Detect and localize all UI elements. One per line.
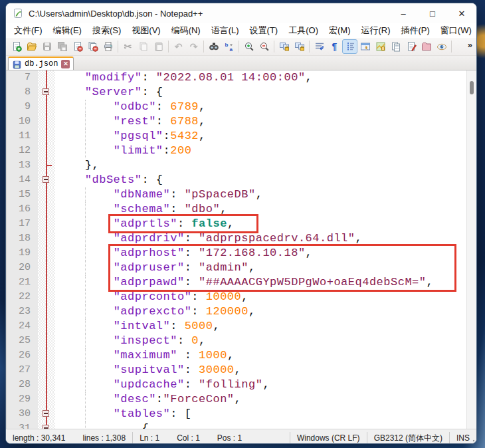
code-line-21[interactable]: 21 "adprpawd": "##AAAACGYpW5DPgWo+oaEq4d… [6, 275, 476, 290]
menu-item-1[interactable]: 编辑(E) [48, 23, 87, 38]
menu-item-7[interactable]: 工具(O) [283, 23, 324, 38]
paste-icon[interactable] [151, 39, 166, 54]
tab-db-json[interactable]: db.json ✕ [8, 56, 74, 70]
fold-collapse-icon[interactable] [38, 407, 55, 421]
fold-margin [38, 304, 55, 319]
zoom-in-icon[interactable] [241, 39, 256, 54]
line-number: 31 [6, 421, 38, 429]
menu-item-4[interactable]: 编码(N) [166, 23, 206, 38]
fold-collapse-icon[interactable] [38, 85, 55, 100]
fold-margin [38, 363, 55, 378]
menu-item-3[interactable]: 视图(V) [126, 23, 165, 38]
code-line-11[interactable]: 11 "pgsql":5432, [6, 129, 476, 144]
fold-margin [38, 70, 55, 85]
file-monitor-icon[interactable] [434, 39, 449, 54]
code-line-13[interactable]: 13 }, [6, 158, 476, 173]
doc-map-icon[interactable] [373, 39, 388, 54]
code-line-17[interactable]: 17 "adprtls": false, [6, 217, 476, 231]
resize-grip[interactable] [467, 437, 475, 444]
code-line-25[interactable]: 25 "inspect": 0, [6, 334, 476, 348]
code-line-8[interactable]: 8 "Server": { [6, 85, 476, 100]
code-line-16[interactable]: 16 "schema": "dbo", [6, 202, 476, 217]
menu-item-9[interactable]: 运行(R) [355, 23, 395, 38]
menu-item-8[interactable]: 宏(M) [324, 23, 356, 38]
run-dialog-icon[interactable] [357, 39, 373, 54]
indent-guide-icon[interactable] [342, 39, 357, 54]
fold-collapse-icon[interactable] [38, 421, 55, 429]
cut-icon[interactable]: ✂ [120, 39, 136, 54]
code-line-19[interactable]: 19 "adprhost": "172.168.10.18", [6, 246, 476, 261]
status-lines: lines : 1,308 [82, 433, 126, 443]
zoom-out-icon[interactable] [256, 39, 272, 54]
print-icon[interactable] [100, 39, 116, 54]
code-line-9[interactable]: 9 "odbc": 6789, [6, 100, 476, 114]
code-line-31[interactable]: 31 { [6, 421, 476, 429]
sync-horizontal-icon[interactable] [292, 39, 307, 54]
replace-icon[interactable]: ba [221, 39, 237, 54]
code-text: "schema": "dbo", [55, 202, 227, 217]
code-line-24[interactable]: 24 "intval": 5000, [6, 319, 476, 334]
vertical-scrollbar[interactable] [466, 70, 476, 429]
line-number: 20 [6, 261, 38, 275]
line-number: 15 [6, 187, 38, 202]
toolbar-overflow-icon[interactable]: » [468, 40, 472, 50]
fold-margin [38, 202, 55, 217]
open-folder-icon[interactable] [24, 39, 39, 54]
menu-item-0[interactable]: 文件(F) [9, 23, 48, 38]
indent-guide [85, 202, 86, 217]
redo-icon[interactable]: ↷ [186, 39, 201, 54]
menu-item-11[interactable]: 窗口(W) [435, 23, 477, 38]
code-line-22[interactable]: 22 "adprconto": 10000, [6, 290, 476, 304]
code-line-10[interactable]: 10 "rest": 6788, [6, 114, 476, 129]
sync-vertical-icon[interactable] [276, 39, 292, 54]
line-number: 17 [6, 217, 38, 231]
new-file-icon[interactable] [9, 39, 24, 54]
code-line-7[interactable]: 7 "modify": "2022.08.01 14:00:00", [6, 70, 476, 85]
code-line-30[interactable]: 30 "tables": [ [6, 407, 476, 421]
status-eol-format[interactable]: Windows (CR LF) [290, 432, 367, 444]
undo-icon[interactable]: ↶ [171, 39, 186, 54]
doc-list-icon[interactable] [388, 39, 403, 54]
close-all-icon[interactable] [85, 39, 100, 54]
folder-workspace-icon[interactable] [419, 39, 434, 54]
tab-close-icon[interactable]: ✕ [61, 60, 70, 68]
status-ln: Ln : 1 [140, 433, 159, 443]
word-wrap-icon[interactable] [312, 39, 327, 54]
code-line-23[interactable]: 23 "adprexcto": 120000, [6, 304, 476, 319]
minimize-button[interactable]: – [389, 3, 418, 23]
code-line-14[interactable]: 14 "dbSets": { [6, 173, 476, 187]
indent-guide [85, 378, 86, 392]
close-button[interactable]: ✕ [447, 3, 476, 23]
menu-item-6[interactable]: 设置(T) [244, 23, 284, 38]
save-icon[interactable] [39, 39, 54, 54]
code-line-29[interactable]: 29 "desc":"ForceCon", [6, 392, 476, 407]
titlebar: C:\Users\admin\Desktop\db.json - Notepad… [6, 3, 476, 23]
code-line-15[interactable]: 15 "dbName": "pSpaceDB", [6, 187, 476, 202]
code-line-28[interactable]: 28 "updcache": "folling", [6, 378, 476, 392]
show-all-chars-icon[interactable]: ¶ [327, 39, 342, 54]
fold-collapse-icon[interactable] [38, 173, 55, 187]
status-col: Col : 1 [177, 433, 200, 443]
code-line-27[interactable]: 27 "supitval": 30000, [6, 363, 476, 378]
code-text: "dbName": "pSpaceDB", [55, 187, 262, 202]
status-encoding[interactable]: GB2312 (简体中文) [367, 432, 449, 444]
menu-item-5[interactable]: 语言(L) [206, 23, 244, 38]
save-all-icon[interactable] [54, 39, 70, 54]
code-text: "supitval": 30000, [55, 363, 241, 378]
code-editor[interactable]: 7 "modify": "2022.08.01 14:00:00",8 "Ser… [6, 70, 476, 429]
menu-item-10[interactable]: 插件(P) [396, 23, 435, 38]
code-text: "modify": "2022.08.01 14:00:00", [55, 70, 312, 85]
indent-guide [85, 407, 86, 421]
find-icon[interactable] [206, 39, 221, 54]
code-line-18[interactable]: 18 "adprdriv": "adprpspacedrv.64.dll", [6, 231, 476, 246]
edit-marker-icon[interactable] [403, 39, 419, 54]
code-line-26[interactable]: 26 "maximum" : 1000, [6, 348, 476, 363]
line-number: 7 [6, 70, 38, 85]
scrollbar-thumb[interactable] [470, 81, 474, 94]
menu-item-2[interactable]: 搜索(S) [87, 23, 126, 38]
code-line-12[interactable]: 12 "limit":200 [6, 144, 476, 158]
copy-icon[interactable] [136, 39, 151, 54]
code-line-20[interactable]: 20 "adpruser": "admin", [6, 261, 476, 275]
close-file-icon[interactable] [70, 39, 85, 54]
maximize-button[interactable]: □ [418, 3, 447, 23]
